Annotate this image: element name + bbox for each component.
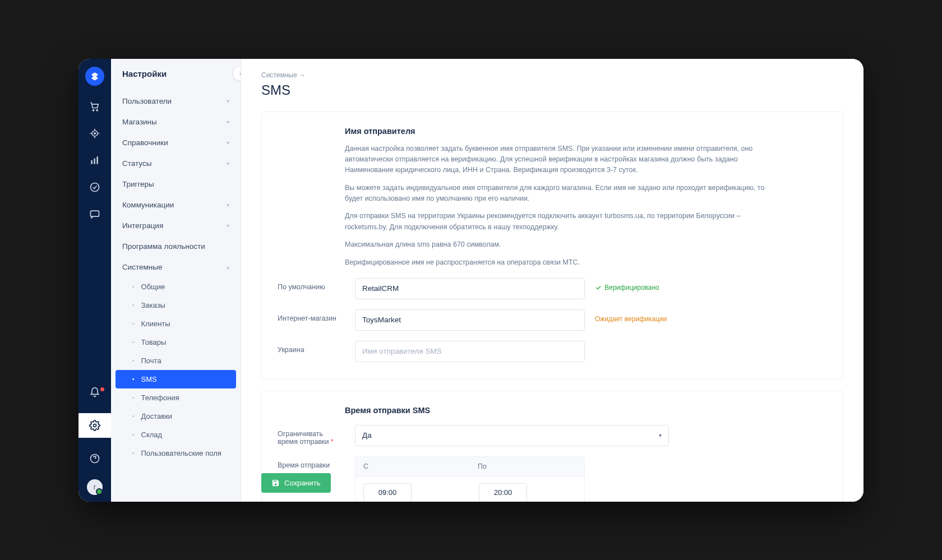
sub-item-products[interactable]: Товары	[111, 333, 241, 351]
sidebar-item-communications[interactable]: Коммуникации▾	[111, 195, 241, 215]
sender-desc-2: Вы можете задать индивидуальное имя отпр…	[345, 183, 771, 205]
settings-sidebar: ‹ Настройки Пользователи▾ Магазины▾ Спра…	[111, 59, 241, 502]
page-title: SMS	[261, 82, 843, 98]
chevron-down-icon: ▾	[227, 140, 229, 146]
chevron-down-icon: ▾	[227, 202, 229, 208]
sub-item-delivery[interactable]: Доставки	[111, 407, 241, 425]
svg-point-0	[93, 109, 94, 110]
cart-icon[interactable]	[89, 100, 101, 113]
svg-point-7	[91, 183, 99, 191]
input-time-to[interactable]	[479, 483, 527, 502]
analytics-icon[interactable]	[89, 154, 101, 166]
label-default: По умолчанию	[278, 278, 345, 291]
target-icon[interactable]	[89, 127, 101, 140]
label-time: Время отправки	[278, 456, 345, 469]
logo[interactable]	[85, 67, 104, 86]
save-icon	[271, 479, 280, 487]
time-range: С По SMS будут отправляться только в раз…	[355, 456, 759, 502]
sidebar-item-loyalty[interactable]: Программа лояльности	[111, 236, 241, 257]
chevron-down-icon: ▾	[227, 223, 229, 229]
sender-title: Имя отправителя	[345, 127, 771, 136]
sub-item-sms[interactable]: SMS	[116, 370, 236, 388]
app-window: г ‹ Настройки Пользователи▾ Магазины▾ Сп…	[78, 59, 864, 502]
input-default-sender[interactable]	[355, 278, 585, 299]
label-ukraine: Украина	[278, 341, 345, 354]
col-from: С	[355, 457, 470, 476]
save-button[interactable]: Сохранить	[261, 473, 331, 493]
nav-rail: г	[78, 59, 111, 502]
status-verified: Верифицировано	[595, 278, 659, 291]
settings-icon[interactable]	[78, 413, 111, 438]
svg-rect-5	[94, 158, 95, 164]
sendtime-card: Время отправки SMS Ограничивать время от…	[261, 391, 843, 502]
avatar-letter: г	[94, 483, 96, 491]
sidebar-item-triggers[interactable]: Триггеры	[111, 174, 241, 195]
svg-rect-4	[91, 160, 93, 164]
sub-item-telephony[interactable]: Телефония	[111, 388, 241, 407]
check-circle-icon[interactable]	[89, 181, 101, 193]
sub-item-custom-fields[interactable]: Пользовательские поля	[111, 444, 241, 462]
chevron-down-icon: ▾	[227, 119, 229, 125]
select-limit[interactable]: Да ▾	[355, 425, 669, 446]
svg-point-3	[94, 132, 96, 134]
sender-desc-3: Для отправки SMS на территории Украины р…	[345, 211, 771, 233]
sub-item-mail[interactable]: Почта	[111, 351, 241, 370]
svg-point-1	[96, 109, 98, 110]
svg-point-9	[94, 424, 96, 427]
sender-desc-5: Верифицированное имя не распространяется…	[345, 257, 771, 268]
bell-icon[interactable]	[89, 386, 101, 399]
col-to: По	[470, 457, 584, 476]
user-avatar[interactable]: г	[87, 479, 103, 495]
sub-item-general[interactable]: Общие	[111, 277, 241, 296]
sidebar-item-stores[interactable]: Магазины▾	[111, 112, 241, 132]
label-limit: Ограничивать время отправки	[278, 425, 345, 446]
sender-desc-1: Данная настройка позволяет задать буквен…	[345, 144, 771, 176]
notification-dot	[100, 387, 104, 391]
help-icon[interactable]	[89, 452, 101, 465]
sub-item-stock[interactable]: Склад	[111, 425, 241, 444]
breadcrumb[interactable]: Системные →	[261, 71, 843, 79]
sidebar-title: Настройки	[111, 59, 241, 91]
chevron-down-icon: ▾	[227, 160, 229, 166]
sender-card: Имя отправителя Данная настройка позволя…	[261, 112, 843, 379]
sub-item-orders[interactable]: Заказы	[111, 296, 241, 314]
sendtime-title: Время отправки SMS	[345, 406, 771, 415]
sidebar-item-references[interactable]: Справочники▾	[111, 132, 241, 153]
input-time-from[interactable]	[363, 483, 412, 502]
svg-rect-6	[96, 156, 98, 164]
sidebar-item-statuses[interactable]: Статусы▾	[111, 153, 241, 174]
caret-down-icon: ▾	[659, 432, 662, 438]
input-shop-sender[interactable]	[355, 309, 585, 331]
sidebar-item-users[interactable]: Пользователи▾	[111, 91, 241, 112]
sender-desc-4: Максимальная длина sms равна 670 символа…	[345, 239, 771, 250]
sidebar-item-integration[interactable]: Интеграция▾	[111, 215, 241, 236]
input-ukraine-sender[interactable]	[355, 341, 585, 362]
status-pending: Ожидает верификации	[595, 309, 667, 323]
sidebar-item-system[interactable]: Системные▴	[111, 257, 241, 277]
sub-item-clients[interactable]: Клиенты	[111, 314, 241, 333]
chevron-down-icon: ▾	[227, 98, 229, 104]
main-content: Системные → SMS Имя отправителя Данная н…	[241, 59, 864, 502]
label-shop: Интернет-магазин	[278, 309, 345, 322]
chat-icon[interactable]	[89, 208, 101, 220]
chevron-up-icon: ▴	[227, 264, 229, 270]
